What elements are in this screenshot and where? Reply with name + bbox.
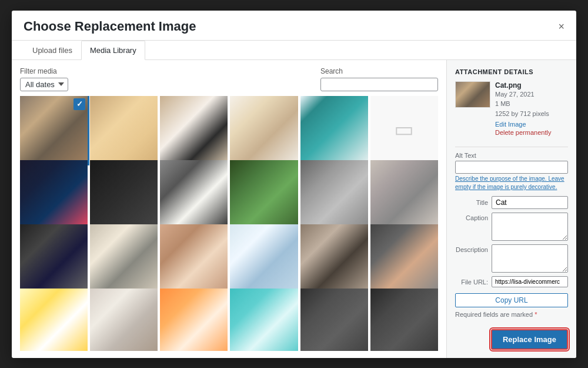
- media-item[interactable]: [90, 224, 158, 292]
- title-group: Title: [455, 196, 568, 209]
- required-note: Required fields are marked *: [455, 311, 568, 318]
- caption-group: Caption: [455, 213, 568, 241]
- media-item[interactable]: [230, 224, 298, 292]
- file-url-input[interactable]: [492, 276, 568, 287]
- media-item[interactable]: [90, 96, 158, 164]
- attachment-actions: Edit Image Delete permanently: [495, 121, 568, 136]
- date-filter-select[interactable]: All dates: [20, 78, 68, 91]
- media-item[interactable]: [160, 224, 228, 292]
- media-item[interactable]: [300, 160, 368, 228]
- media-item[interactable]: [160, 289, 228, 350]
- attachment-sidebar: ATTACHMENT DETAILS Cat.png May 27, 2021 …: [447, 60, 576, 358]
- replace-image-button[interactable]: Replace Image: [491, 329, 568, 350]
- media-item[interactable]: [370, 289, 438, 350]
- modal-header: Choose Replacement Image ×: [12, 11, 576, 41]
- caption-textarea[interactable]: [492, 213, 568, 241]
- search-group: Search: [320, 67, 438, 91]
- media-item[interactable]: [230, 160, 298, 228]
- sidebar-divider: [455, 147, 568, 147]
- filter-media-label: Filter media: [20, 67, 68, 75]
- search-input[interactable]: [320, 78, 438, 91]
- media-item[interactable]: [160, 96, 228, 164]
- title-label: Title: [455, 199, 492, 206]
- attachment-thumbnail: [455, 81, 490, 108]
- attachment-dimensions: 1252 by 712 pixels: [495, 109, 568, 119]
- tab-bar: Upload files Media Library: [12, 41, 576, 60]
- attachment-date: May 27, 2021: [495, 89, 568, 100]
- attachment-filename: Cat.png: [495, 81, 568, 89]
- alt-text-hint[interactable]: Describe the purpose of the image. Leave…: [455, 175, 568, 191]
- description-group: Description: [455, 244, 568, 273]
- filter-date-group: Filter media All dates: [20, 67, 68, 91]
- media-item[interactable]: [230, 96, 298, 164]
- title-input[interactable]: [492, 196, 568, 209]
- media-area: Filter media All dates Search: [12, 60, 447, 358]
- tab-upload[interactable]: Upload files: [24, 41, 81, 60]
- filter-bar: Filter media All dates Search: [20, 67, 438, 91]
- media-grid: ▭: [20, 96, 438, 351]
- media-item[interactable]: [90, 289, 158, 350]
- file-url-label: File URL:: [455, 279, 492, 286]
- media-item[interactable]: [20, 96, 88, 164]
- alt-text-input[interactable]: [455, 161, 568, 174]
- attachment-size: 1 MB: [495, 99, 568, 109]
- media-item[interactable]: [370, 160, 438, 228]
- media-item[interactable]: [20, 224, 88, 292]
- media-item[interactable]: [20, 160, 88, 228]
- modal-overlay: Choose Replacement Image × Upload files …: [0, 0, 588, 368]
- media-item[interactable]: [300, 96, 368, 164]
- attachment-preview: Cat.png May 27, 2021 1 MB 1252 by 712 pi…: [455, 81, 568, 137]
- media-item[interactable]: [90, 160, 158, 228]
- modal-body: Filter media All dates Search: [12, 60, 576, 358]
- media-item[interactable]: [160, 160, 228, 228]
- alt-text-label: Alt Text: [455, 152, 568, 159]
- copy-url-button[interactable]: Copy URL: [455, 293, 568, 307]
- attachment-info: Cat.png May 27, 2021 1 MB 1252 by 712 pi…: [495, 81, 568, 137]
- media-item[interactable]: [20, 289, 88, 350]
- alt-text-group: Alt Text Describe the purpose of the ima…: [455, 152, 568, 191]
- description-label: Description: [455, 244, 492, 253]
- close-button[interactable]: ×: [558, 21, 564, 32]
- search-label: Search: [320, 67, 438, 75]
- modal-title: Choose Replacement Image: [24, 19, 196, 34]
- delete-image-link[interactable]: Delete permanently: [495, 129, 568, 136]
- description-textarea[interactable]: [492, 244, 568, 273]
- attachment-details-title: ATTACHMENT DETAILS: [455, 68, 568, 75]
- required-star: *: [534, 311, 537, 318]
- media-item[interactable]: [230, 289, 298, 350]
- media-item[interactable]: [300, 289, 368, 350]
- file-url-group: File URL:: [455, 276, 568, 287]
- edit-image-link[interactable]: Edit Image: [495, 121, 568, 128]
- media-item[interactable]: [300, 224, 368, 292]
- media-item[interactable]: [370, 224, 438, 292]
- tab-media-library[interactable]: Media Library: [81, 41, 145, 60]
- placeholder-icon: ▭: [394, 117, 414, 142]
- media-item[interactable]: ▭: [370, 96, 438, 164]
- media-modal: Choose Replacement Image × Upload files …: [12, 11, 576, 358]
- caption-label: Caption: [455, 213, 492, 221]
